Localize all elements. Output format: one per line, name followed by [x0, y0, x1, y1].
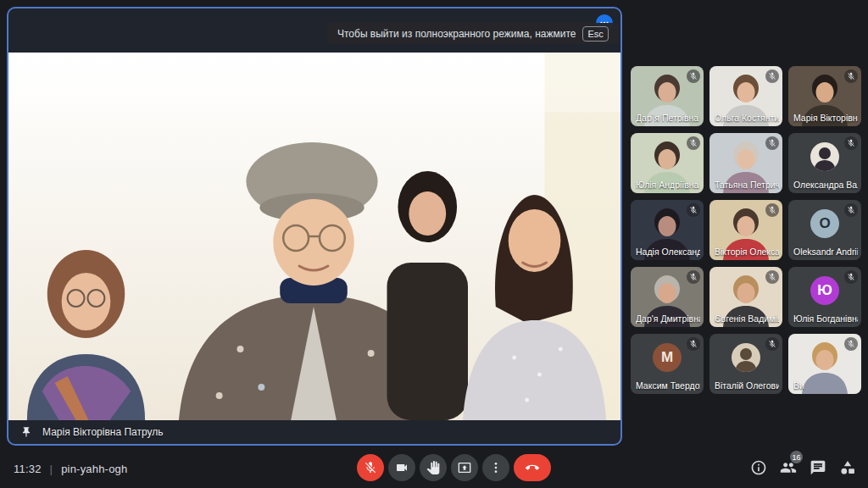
- mic-toggle-button[interactable]: [357, 454, 384, 481]
- pushpin-icon: [20, 426, 32, 438]
- avatar-letter: Ю: [817, 282, 832, 299]
- mic-muted-indicator: [844, 69, 858, 83]
- divider: |: [50, 463, 53, 475]
- mic-muted-indicator: [765, 203, 779, 217]
- mic-muted-indicator: [687, 69, 700, 83]
- camera-toggle-button[interactable]: [388, 454, 415, 481]
- mic-muted-indicator: [765, 69, 779, 83]
- participant-name: Вікторія Олексан...: [715, 247, 779, 257]
- mic-muted-indicator: [687, 337, 700, 351]
- call-end-icon: [526, 461, 539, 474]
- participant-name: Oleksandr Andrii...: [793, 247, 858, 257]
- meeting-info: 11:32 | pin-yahh-ogh: [14, 463, 127, 475]
- participant-tile-10[interactable]: Дар'я Дмитрівна ...: [631, 267, 704, 327]
- participant-name: Євгенія Вадимів...: [715, 313, 779, 324]
- participant-tile-3[interactable]: Марія Вікторівна ...: [788, 66, 861, 126]
- fullscreen-exit-toast: Чтобы выйти из полноэкранного режима, на…: [327, 23, 619, 44]
- participants-grid: Дар`я Петрівна Б... Ольга Костянтин...: [631, 66, 861, 394]
- meeting-time: 11:32: [14, 463, 42, 475]
- fullscreen-exit-message: Чтобы выйти из полноэкранного режима, на…: [337, 28, 576, 40]
- pinned-name-label: Марія Вікторівна Патруль: [20, 426, 163, 438]
- mic-muted-indicator: [687, 136, 700, 150]
- chat-icon: [810, 459, 826, 476]
- call-controls: [357, 454, 551, 481]
- mic-muted-indicator: [844, 337, 858, 351]
- mic-off-icon: [847, 139, 855, 147]
- participant-tile-13[interactable]: M Максим Твердох...: [631, 334, 704, 394]
- activities-button[interactable]: [839, 459, 856, 476]
- chat-button[interactable]: [810, 459, 826, 476]
- participant-count-badge: 16: [790, 451, 803, 463]
- mic-off-icon: [847, 273, 855, 281]
- participants-button[interactable]: 16: [780, 459, 797, 476]
- participant-tile-6[interactable]: Олександра Вал...: [788, 133, 861, 193]
- more-vert-icon: [489, 461, 503, 474]
- participant-name: Віталій Олегович...: [715, 380, 779, 391]
- activities-icon: [839, 459, 856, 476]
- info-icon: [750, 459, 767, 476]
- avatar-letter: M: [661, 349, 673, 366]
- mic-off-icon: [768, 340, 776, 348]
- mic-off-icon: [847, 340, 855, 348]
- participant-name: Юлія Богданівна...: [793, 313, 858, 324]
- end-call-button[interactable]: [514, 454, 551, 481]
- participant-name: Дар'я Дмитрівна ...: [636, 313, 700, 324]
- participant-tile-4[interactable]: Юлія Андріївна ...: [631, 133, 704, 193]
- participant-tile-9[interactable]: O Oleksandr Andrii...: [788, 200, 861, 260]
- mic-muted-indicator: [687, 203, 700, 217]
- mic-off-icon: [689, 72, 698, 80]
- mic-off-icon: [689, 273, 698, 281]
- esc-key-label: Esc: [582, 26, 608, 42]
- participant-tile-14[interactable]: Віталій Олегович...: [709, 334, 782, 394]
- mic-muted-indicator: [844, 136, 858, 150]
- side-panel-buttons: 16: [750, 459, 856, 476]
- participant-tile-15[interactable]: Ви: [788, 334, 861, 394]
- present-screen-button[interactable]: [451, 454, 478, 481]
- participant-name: Олександра Вал...: [793, 180, 858, 190]
- mic-muted-indicator: [765, 270, 779, 284]
- mic-off-icon: [847, 206, 855, 214]
- participant-avatar: Ю: [810, 276, 839, 305]
- participant-name: Дар`я Петрівна Б...: [636, 113, 700, 123]
- mic-off-icon: [768, 206, 776, 214]
- participant-name: Татьяна Петриченко: [715, 180, 779, 190]
- participant-avatar: [810, 142, 839, 171]
- raise-hand-icon: [426, 461, 440, 474]
- main-video-image: [8, 53, 620, 420]
- mic-muted-indicator: [687, 270, 700, 284]
- mic-off-icon: [364, 461, 377, 474]
- mic-off-icon: [768, 139, 776, 147]
- participant-tile-2[interactable]: Ольга Костянтин...: [709, 66, 782, 126]
- mic-off-icon: [689, 139, 698, 147]
- participant-avatar: M: [653, 343, 682, 372]
- mic-muted-indicator: [765, 136, 779, 150]
- mic-muted-indicator: [765, 337, 779, 351]
- more-options-button[interactable]: [482, 454, 509, 481]
- participant-tile-1[interactable]: Дар`я Петрівна Б...: [631, 66, 704, 126]
- participant-name: Ви: [793, 380, 804, 391]
- participant-tile-8[interactable]: Вікторія Олексан...: [709, 200, 782, 260]
- mic-off-icon: [689, 206, 698, 214]
- participant-name: Ольга Костянтин...: [715, 113, 779, 123]
- participant-avatar: [732, 343, 760, 372]
- participant-name: Юлія Андріївна ...: [636, 180, 700, 190]
- participant-tile-7[interactable]: Надія Олександ...: [631, 200, 704, 260]
- avatar-letter: O: [819, 215, 830, 232]
- pinned-video-tile[interactable]: Марія Вікторівна Патруль: [7, 7, 622, 446]
- present-screen-icon: [458, 461, 471, 474]
- camera-icon: [395, 461, 409, 474]
- participant-name: Надія Олександ...: [636, 247, 700, 257]
- participant-tile-12[interactable]: Ю Юлія Богданівна...: [788, 267, 861, 327]
- mic-off-icon: [768, 273, 776, 281]
- mic-off-icon: [689, 340, 698, 348]
- mic-off-icon: [847, 72, 855, 80]
- meeting-details-button[interactable]: [750, 459, 767, 476]
- participant-tile-5[interactable]: Татьяна Петриченко: [709, 133, 782, 193]
- participant-tile-11[interactable]: Євгенія Вадимів...: [709, 267, 782, 327]
- raise-hand-button[interactable]: [420, 454, 447, 481]
- mic-off-icon: [768, 72, 776, 80]
- participant-name: Максим Твердох...: [636, 380, 700, 391]
- meeting-code: pin-yahh-ogh: [61, 463, 127, 475]
- pinned-participant-name: Марія Вікторівна Патруль: [42, 426, 163, 438]
- participant-avatar: O: [810, 209, 839, 238]
